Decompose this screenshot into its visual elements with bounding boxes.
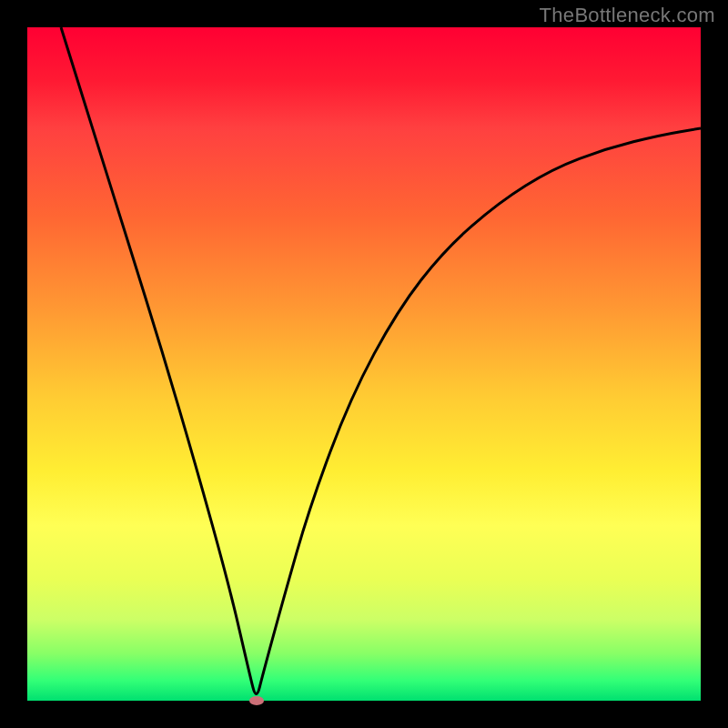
chart-frame: TheBottleneck.com bbox=[0, 0, 728, 728]
minimum-point-marker bbox=[249, 696, 264, 705]
plot-gradient-background bbox=[27, 27, 701, 701]
watermark-text: TheBottleneck.com bbox=[540, 4, 715, 27]
